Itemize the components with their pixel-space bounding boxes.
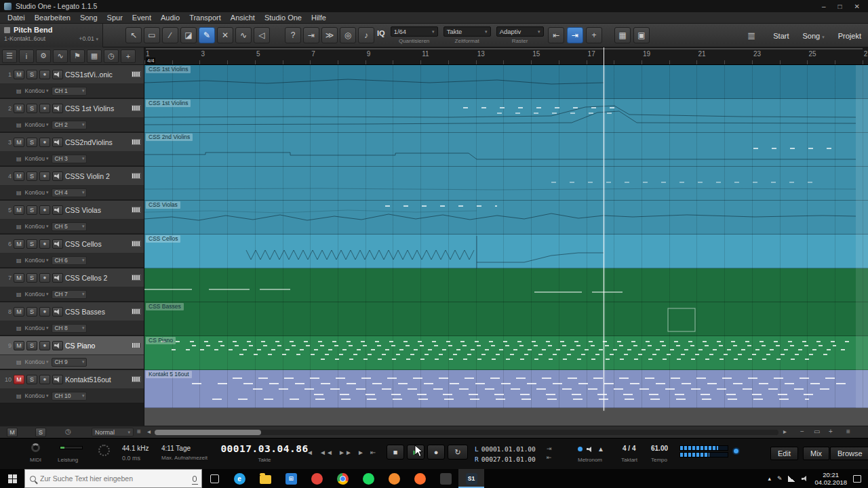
quantize-select[interactable]: 1/64▾ Quantisieren — [391, 26, 438, 44]
macro-button[interactable]: ♪ — [358, 27, 374, 43]
network-icon[interactable] — [788, 476, 795, 482]
menu-item-spur[interactable]: Spur — [102, 14, 127, 22]
view-menu-icon[interactable]: ≡ — [846, 428, 850, 435]
track-name[interactable]: CSS 1st Violins — [65, 104, 130, 113]
timeline-ruler[interactable]: 4/4 13579111315171921232527 — [144, 47, 868, 65]
time-display[interactable]: 00017.03.04.86 — [218, 443, 311, 454]
track-5[interactable]: 5 M S ● CSS Violas ▤ Kon6ou▾ CH 5▾ — [0, 201, 144, 235]
automation-icon[interactable]: ∿ — [53, 49, 68, 63]
track-header[interactable]: 5 M S ● CSS Violas — [0, 201, 144, 220]
metronome-controls[interactable]: ▲ — [578, 445, 604, 453]
menu-item-ansicht[interactable]: Ansicht — [226, 14, 260, 22]
clip-lane-3[interactable] — [144, 133, 868, 167]
pen-icon[interactable]: ✎ — [777, 475, 783, 482]
monitor-button[interactable] — [52, 104, 63, 113]
help-button[interactable]: ? — [285, 27, 301, 43]
meter-toggle[interactable] — [732, 447, 740, 455]
menu-item-audio[interactable]: Audio — [156, 14, 184, 22]
mute-button[interactable]: M — [14, 70, 24, 79]
listen-tool[interactable]: ◁ — [254, 27, 270, 43]
instrument-select[interactable]: Kon6ou▾ — [25, 223, 49, 230]
spotify-icon[interactable] — [355, 469, 381, 488]
record-arm-button[interactable]: ● — [39, 138, 50, 147]
instrument-select[interactable]: Kon6ou▾ — [25, 291, 49, 298]
precount-icon[interactable] — [578, 447, 583, 451]
prev-bar-button[interactable]: ◄ — [307, 449, 313, 456]
split-cursor-button[interactable]: + — [586, 27, 602, 43]
global-mute-button[interactable]: M — [7, 428, 18, 437]
task-view-button[interactable] — [202, 469, 226, 488]
instrument-select[interactable]: Kon6ou▾ — [25, 155, 49, 162]
mute-button[interactable]: M — [14, 307, 24, 317]
channel-select[interactable]: CH 4▾ — [52, 188, 87, 197]
autoscroll-button[interactable]: ⇥ — [303, 27, 319, 43]
menu-item-transport[interactable]: Transport — [184, 14, 226, 22]
monitor-button[interactable] — [52, 171, 63, 181]
taskbar-clock[interactable]: 20:21 04.02.2018 — [814, 471, 847, 486]
catch-button[interactable]: ≫ — [321, 27, 338, 43]
solo-button[interactable]: S — [26, 239, 37, 249]
record-arm-button[interactable]: ● — [39, 341, 50, 350]
clip-label[interactable]: Kontakt 5 16out — [146, 371, 192, 378]
rewind-button[interactable]: ◄◄ — [319, 449, 333, 456]
solo-button[interactable]: S — [26, 138, 37, 147]
taskbar-search[interactable] — [24, 469, 202, 488]
action-center-icon[interactable] — [853, 475, 861, 483]
zoom-in-button[interactable]: + — [829, 428, 833, 435]
loop-locators[interactable]: L00001.01.01.00 R00027.01.01.00 — [475, 444, 536, 464]
next-bar-button[interactable]: ► — [357, 449, 364, 456]
channel-select[interactable]: CH 1▾ — [52, 87, 87, 96]
paint-tool[interactable]: ✎ — [199, 27, 215, 43]
track-name[interactable]: CSSS Violin 2 — [65, 172, 130, 180]
record-arm-button[interactable]: ● — [39, 307, 50, 317]
playhead-marker[interactable] — [604, 47, 604, 65]
solo-button[interactable]: S — [26, 205, 37, 215]
tray-chevron-icon[interactable]: ▴ — [768, 475, 771, 482]
edge-icon[interactable]: e — [226, 469, 252, 488]
clip-label[interactable]: CSS Violas — [146, 201, 180, 209]
zoom-tool-button[interactable]: ◎ — [340, 27, 356, 43]
studio-one-icon[interactable]: S1 — [458, 469, 484, 488]
metronome-icon[interactable]: ▲ — [597, 445, 604, 453]
solo-button[interactable]: S — [26, 341, 37, 350]
track-name[interactable]: Kontakt516out — [65, 375, 130, 384]
channel-select[interactable]: CH 5▾ — [52, 222, 87, 231]
track-name[interactable]: CSS Cellos 2 — [65, 274, 130, 282]
monitor-button[interactable] — [52, 205, 63, 215]
loop-range-bar[interactable] — [146, 48, 863, 49]
parameter-value[interactable]: +0.01 ▾ — [79, 35, 98, 42]
volume-icon[interactable] — [802, 476, 808, 481]
mix-button[interactable]: Mix — [803, 447, 829, 460]
clip-label[interactable]: CSS 1st Violins — [146, 100, 191, 107]
track-header[interactable]: 4 M S ● CSSS Violin 2 — [0, 167, 144, 186]
nudge-left-button[interactable]: ⇤ — [548, 27, 564, 43]
instrument-select[interactable]: Kon6ou▾ — [25, 359, 49, 365]
grid-icon[interactable]: ▦ — [87, 49, 102, 63]
track-name[interactable]: CSS Violas — [65, 206, 130, 214]
menu-item-studio-one[interactable]: Studio One — [260, 14, 307, 22]
instrument-select[interactable]: Kon6ou▾ — [25, 189, 49, 196]
track-name[interactable]: CSS1stVi..onic — [65, 70, 130, 79]
timesig-value[interactable]: 4 / 4 — [623, 445, 635, 452]
arrangement[interactable]: CSS 1st ViolinsCSS 1st ViolinsCSS 2nd Vi… — [144, 65, 868, 426]
close-button[interactable]: ✕ — [854, 3, 860, 10]
record-arm-button[interactable]: ● — [39, 273, 50, 283]
global-solo-button[interactable]: S — [35, 428, 46, 437]
panel-menu-icon[interactable]: ≡ — [137, 428, 141, 435]
loop-button[interactable]: ↻ — [448, 445, 468, 460]
playhead[interactable] — [604, 65, 604, 411]
punch-icons[interactable]: ⇥⇤ — [547, 445, 552, 462]
clip-lane-8[interactable] — [144, 302, 868, 336]
scroll-right-button[interactable]: ▸ — [783, 428, 787, 435]
track-name[interactable]: CSS Basses — [65, 308, 130, 316]
record-arm-button[interactable]: ● — [39, 375, 50, 384]
record-arm-button[interactable]: ● — [39, 70, 50, 79]
chrome-icon[interactable] — [330, 469, 355, 488]
track-name[interactable]: CSS Cellos — [65, 240, 130, 248]
mute-button[interactable]: M — [14, 104, 24, 113]
stop-button[interactable]: ■ — [387, 445, 404, 460]
solo-button[interactable]: S — [26, 104, 37, 113]
bend-tool[interactable]: ∿ — [235, 27, 252, 43]
menu-item-hilfe[interactable]: Hilfe — [307, 14, 331, 22]
eraser-tool[interactable]: ◪ — [180, 27, 197, 43]
